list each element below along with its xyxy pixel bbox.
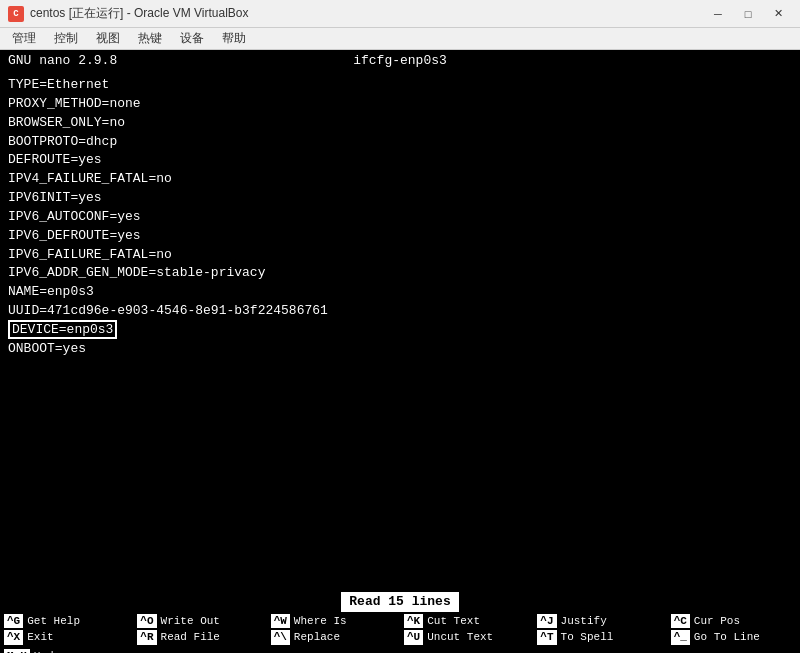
label-replace: Replace <box>294 630 340 644</box>
nano-header: GNU nano 2.9.8 ifcfg-enp0s3 <box>0 50 800 72</box>
menu-device[interactable]: 设备 <box>172 28 212 49</box>
menubar: 管理 控制 视图 热键 设备 帮助 <box>0 28 800 50</box>
shortcut-help: ^G Get Help ^X Exit <box>0 612 133 647</box>
status-message: Read 15 lines <box>341 592 458 612</box>
label-get-help: Get Help <box>27 614 80 628</box>
content-line: IPV6_DEFROUTE=yes <box>8 227 792 246</box>
content-line: DEFROUTE=yes <box>8 151 792 170</box>
label-undo: Undo <box>34 649 60 653</box>
minimize-button[interactable]: ─ <box>704 4 732 24</box>
label-exit: Exit <box>27 630 53 644</box>
key-get-help: ^G <box>4 614 23 628</box>
label-justify: Justify <box>561 614 607 628</box>
content-line: UUID=471cd96e-e903-4546-8e91-b3f22458676… <box>8 302 792 321</box>
label-where-is: Where Is <box>294 614 347 628</box>
nano-filename: ifcfg-enp0s3 <box>269 52 530 70</box>
content-line: BROWSER_ONLY=no <box>8 114 792 133</box>
label-write-out: Write Out <box>161 614 220 628</box>
window-controls: ─ □ ✕ <box>704 4 792 24</box>
menu-manage[interactable]: 管理 <box>4 28 44 49</box>
content-line: DEVICE=enp0s3 <box>8 321 792 340</box>
shortcut-where: ^W Where Is ^\ Replace <box>267 612 400 647</box>
key-justify: ^J <box>537 614 556 628</box>
content-line: IPV6INIT=yes <box>8 189 792 208</box>
content-line: BOOTPROTO=dhcp <box>8 133 792 152</box>
key-exit: ^X <box>4 630 23 644</box>
titlebar: C centos [正在运行] - Oracle VM VirtualBox ─… <box>0 0 800 28</box>
content-line: IPV6_AUTOCONF=yes <box>8 208 792 227</box>
content-line: PROXY_METHOD=none <box>8 95 792 114</box>
shortcut-undo: M-U Undo M-E Redo <box>0 647 133 653</box>
content-line: IPV6_FAILURE_FATAL=no <box>8 246 792 265</box>
label-goto-line: Go To Line <box>694 630 760 644</box>
key-cut-text: ^K <box>404 614 423 628</box>
app-icon: C <box>8 6 24 22</box>
content-line: IPV4_FAILURE_FATAL=no <box>8 170 792 189</box>
label-cut-text: Cut Text <box>427 614 480 628</box>
window-title: centos [正在运行] - Oracle VM VirtualBox <box>30 5 704 22</box>
menu-control[interactable]: 控制 <box>46 28 86 49</box>
label-read-file: Read File <box>161 630 220 644</box>
key-read-file: ^R <box>137 630 156 644</box>
content-line: ONBOOT=yes <box>8 340 792 359</box>
shortcut-cut: ^K Cut Text ^U Uncut Text <box>400 612 533 647</box>
menu-hotkey[interactable]: 热键 <box>130 28 170 49</box>
nano-content[interactable]: TYPE=EthernetPROXY_METHOD=noneBROWSER_ON… <box>0 72 800 592</box>
key-uncut-text: ^U <box>404 630 423 644</box>
label-uncut-text: Uncut Text <box>427 630 493 644</box>
close-button[interactable]: ✕ <box>764 4 792 24</box>
nano-shortcuts: ^G Get Help ^X Exit ^O Write Out ^R Read… <box>0 612 800 653</box>
key-goto-line: ^_ <box>671 630 690 644</box>
shortcut-justify: ^J Justify ^T To Spell <box>533 612 666 647</box>
content-line: IPV6_ADDR_GEN_MODE=stable-privacy <box>8 264 792 283</box>
key-undo: M-U <box>4 649 30 653</box>
nano-version: GNU nano 2.9.8 <box>8 52 269 70</box>
content-line: NAME=enp0s3 <box>8 283 792 302</box>
key-replace: ^\ <box>271 630 290 644</box>
key-to-spell: ^T <box>537 630 556 644</box>
label-cur-pos: Cur Pos <box>694 614 740 628</box>
content-line: TYPE=Ethernet <box>8 76 792 95</box>
menu-help[interactable]: 帮助 <box>214 28 254 49</box>
shortcut-curpos: ^C Cur Pos ^_ Go To Line <box>667 612 800 647</box>
terminal[interactable]: GNU nano 2.9.8 ifcfg-enp0s3 TYPE=Etherne… <box>0 50 800 653</box>
shortcut-write: ^O Write Out ^R Read File <box>133 612 266 647</box>
key-write-out: ^O <box>137 614 156 628</box>
key-cur-pos: ^C <box>671 614 690 628</box>
nano-status: Read 15 lines <box>0 592 800 612</box>
key-where-is: ^W <box>271 614 290 628</box>
label-to-spell: To Spell <box>561 630 614 644</box>
menu-view[interactable]: 视图 <box>88 28 128 49</box>
maximize-button[interactable]: □ <box>734 4 762 24</box>
